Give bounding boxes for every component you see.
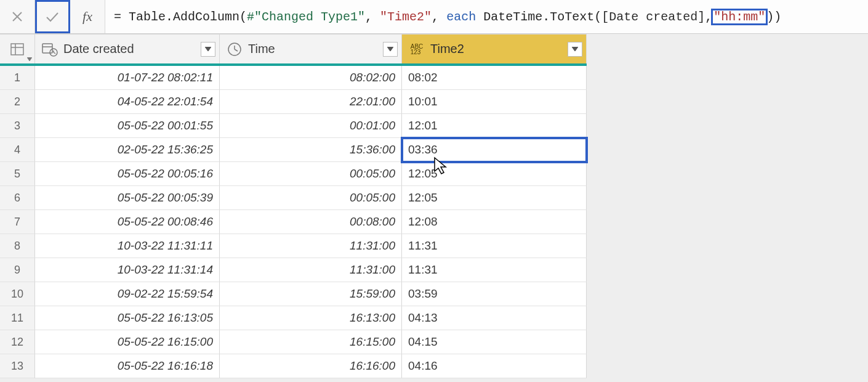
row-number[interactable]: 7 xyxy=(0,210,35,234)
cell-time[interactable]: 00:01:00 xyxy=(220,114,402,138)
cell-time2[interactable]: 11:31 xyxy=(402,234,587,258)
row-number[interactable]: 6 xyxy=(0,186,35,210)
svg-marker-15 xyxy=(387,47,393,51)
filter-dropdown-button[interactable] xyxy=(201,42,215,57)
cell-time2[interactable]: 08:02 xyxy=(402,66,587,90)
cell-time[interactable]: 00:05:00 xyxy=(220,162,402,186)
svg-rect-6 xyxy=(42,44,52,53)
svg-marker-11 xyxy=(205,47,211,51)
column-header-time[interactable]: Time xyxy=(220,34,402,63)
cell-time[interactable]: 00:08:00 xyxy=(220,210,402,234)
cell-time[interactable]: 15:59:00 xyxy=(220,282,402,306)
cell-time2[interactable]: 12:05 xyxy=(402,186,587,210)
svg-line-10 xyxy=(54,52,55,54)
row-number[interactable]: 8 xyxy=(0,234,35,258)
data-grid: Date created Time xyxy=(0,34,868,378)
cell-date-created[interactable]: 01-07-22 08:02:11 xyxy=(35,66,220,90)
row-number[interactable]: 4 xyxy=(0,138,35,162)
formula-bar: fx = Table.AddColumn(#"Changed Type1", "… xyxy=(0,0,868,34)
table-row[interactable]: 705-05-22 00:08:4600:08:0012:08 xyxy=(0,210,587,234)
row-number[interactable]: 9 xyxy=(0,258,35,282)
cell-date-created[interactable]: 04-05-22 22:01:54 xyxy=(35,90,220,114)
cell-time[interactable]: 16:15:00 xyxy=(220,330,402,354)
column-label: Time2 xyxy=(430,42,464,56)
svg-marker-16 xyxy=(572,47,578,51)
cell-time[interactable]: 11:31:00 xyxy=(220,258,402,282)
cell-time2[interactable]: 12:05 xyxy=(402,162,587,186)
row-number[interactable]: 10 xyxy=(0,282,35,306)
cell-date-created[interactable]: 05-05-22 16:16:18 xyxy=(35,354,220,378)
column-label: Date created xyxy=(63,42,134,56)
cell-time2[interactable]: 03:36 xyxy=(402,138,587,162)
table-row[interactable]: 1105-05-22 16:13:0516:13:0004:13 xyxy=(0,306,587,330)
time-type-icon xyxy=(226,41,243,58)
cell-date-created[interactable]: 10-03-22 11:31:11 xyxy=(35,234,220,258)
column-header-date-created[interactable]: Date created xyxy=(35,34,220,63)
cell-date-created[interactable]: 05-05-22 00:08:46 xyxy=(35,210,220,234)
formula-input[interactable]: = Table.AddColumn(#"Changed Type1", "Tim… xyxy=(105,0,868,33)
row-number[interactable]: 3 xyxy=(0,114,35,138)
cell-date-created[interactable]: 10-03-22 11:31:14 xyxy=(35,258,220,282)
cell-time[interactable]: 00:05:00 xyxy=(220,186,402,210)
format-string-highlight: "hh:mm" xyxy=(712,10,766,24)
filter-dropdown-button[interactable] xyxy=(383,42,398,57)
data-rows: 101-07-22 08:02:1108:02:0008:02204-05-22… xyxy=(0,66,587,378)
cancel-formula-button[interactable] xyxy=(0,0,35,33)
cell-time2[interactable]: 10:01 xyxy=(402,90,587,114)
cell-date-created[interactable]: 05-05-22 00:01:55 xyxy=(35,114,220,138)
table-row[interactable]: 1205-05-22 16:15:0016:15:0004:15 xyxy=(0,330,587,354)
svg-marker-5 xyxy=(27,57,32,61)
cell-date-created[interactable]: 05-05-22 16:15:00 xyxy=(35,330,220,354)
table-row[interactable]: 605-05-22 00:05:3900:05:0012:05 xyxy=(0,186,587,210)
table-row[interactable]: 910-03-22 11:31:1411:31:0011:31 xyxy=(0,258,587,282)
cell-time[interactable]: 08:02:00 xyxy=(220,66,402,90)
any-type-icon: ABC123 xyxy=(408,41,425,58)
row-number[interactable]: 13 xyxy=(0,354,35,378)
cell-date-created[interactable]: 05-05-22 00:05:16 xyxy=(35,162,220,186)
cell-date-created[interactable]: 02-05-22 15:36:25 xyxy=(35,138,220,162)
cell-time[interactable]: 16:16:00 xyxy=(220,354,402,378)
cell-time[interactable]: 16:13:00 xyxy=(220,306,402,330)
cell-time2[interactable]: 04:15 xyxy=(402,330,587,354)
row-number[interactable]: 1 xyxy=(0,66,35,90)
column-header-row: Date created Time xyxy=(0,34,587,66)
datetime-type-icon xyxy=(41,41,58,58)
table-options-button[interactable] xyxy=(0,34,35,63)
cell-time2[interactable]: 04:16 xyxy=(402,354,587,378)
table-row[interactable]: 305-05-22 00:01:5500:01:0012:01 xyxy=(0,114,587,138)
svg-rect-2 xyxy=(11,44,23,55)
table-row[interactable]: 810-03-22 11:31:1111:31:0011:31 xyxy=(0,234,587,258)
column-header-time2[interactable]: ABC123 Time2 xyxy=(402,34,587,63)
cell-time[interactable]: 22:01:00 xyxy=(220,90,402,114)
cell-time2[interactable]: 04:13 xyxy=(402,306,587,330)
cell-time[interactable]: 11:31:00 xyxy=(220,234,402,258)
table-row[interactable]: 505-05-22 00:05:1600:05:0012:05 xyxy=(0,162,587,186)
cell-date-created[interactable]: 09-02-22 15:59:54 xyxy=(35,282,220,306)
row-number[interactable]: 2 xyxy=(0,90,35,114)
cell-date-created[interactable]: 05-05-22 16:13:05 xyxy=(35,306,220,330)
row-number[interactable]: 11 xyxy=(0,306,35,330)
table-row[interactable]: 1009-02-22 15:59:5415:59:0003:59 xyxy=(0,282,587,306)
cell-time2[interactable]: 03:59 xyxy=(402,282,587,306)
cell-time2[interactable]: 12:08 xyxy=(402,210,587,234)
svg-line-14 xyxy=(235,49,238,51)
row-number[interactable]: 5 xyxy=(0,162,35,186)
cell-time2[interactable]: 12:01 xyxy=(402,114,587,138)
table-row[interactable]: 101-07-22 08:02:1108:02:0008:02 xyxy=(0,66,587,90)
column-label: Time xyxy=(248,42,275,56)
commit-formula-button[interactable] xyxy=(35,0,70,33)
fx-label: fx xyxy=(70,0,105,33)
cell-time[interactable]: 15:36:00 xyxy=(220,138,402,162)
table-row[interactable]: 204-05-22 22:01:5422:01:0010:01 xyxy=(0,90,587,114)
cell-date-created[interactable]: 05-05-22 00:05:39 xyxy=(35,186,220,210)
filter-dropdown-button[interactable] xyxy=(568,42,582,57)
table-row[interactable]: 402-05-22 15:36:2515:36:0003:36 xyxy=(0,138,587,162)
cell-time2[interactable]: 11:31 xyxy=(402,258,587,282)
row-number[interactable]: 12 xyxy=(0,330,35,354)
table-row[interactable]: 1305-05-22 16:16:1816:16:0004:16 xyxy=(0,354,587,378)
